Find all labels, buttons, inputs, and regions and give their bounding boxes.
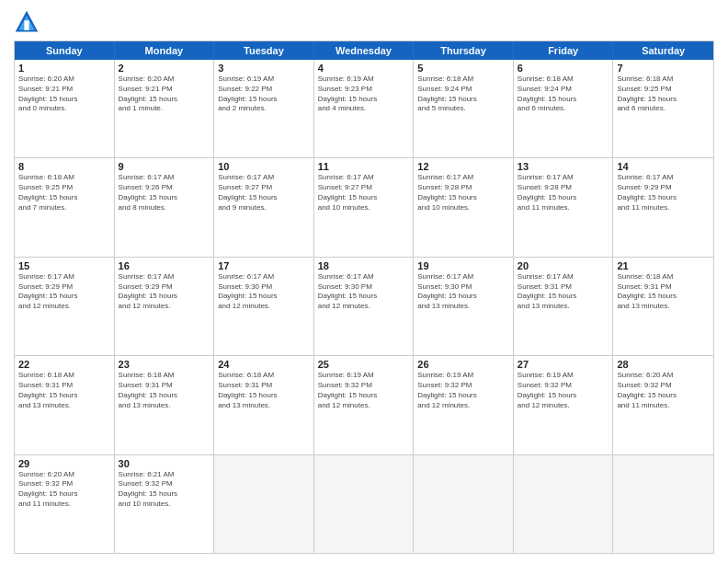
day-cell-11: 11Sunrise: 6:17 AMSunset: 9:27 PMDayligh… [314, 158, 415, 256]
header-day-saturday: Saturday [613, 41, 713, 60]
day-cell-26: 26Sunrise: 6:19 AMSunset: 9:32 PMDayligh… [414, 356, 514, 454]
day-cell-19: 19Sunrise: 6:17 AMSunset: 9:30 PMDayligh… [414, 258, 514, 355]
header-day-tuesday: Tuesday [214, 41, 314, 60]
day-number: 11 [318, 161, 410, 172]
day-cell-9: 9Sunrise: 6:17 AMSunset: 9:26 PMDaylight… [115, 158, 215, 256]
day-info: Sunrise: 6:20 AMSunset: 9:32 PMDaylight:… [617, 371, 710, 410]
day-number: 2 [119, 63, 210, 74]
day-number: 21 [617, 260, 710, 271]
logo-icon [14, 9, 40, 35]
day-number: 7 [617, 63, 710, 74]
day-number: 9 [119, 161, 210, 172]
day-number: 14 [617, 161, 710, 172]
calendar-body: 1Sunrise: 6:20 AMSunset: 9:21 PMDaylight… [15, 60, 713, 553]
day-info: Sunrise: 6:17 AMSunset: 9:29 PMDaylight:… [18, 272, 110, 312]
calendar-row-4: 22Sunrise: 6:18 AMSunset: 9:31 PMDayligh… [15, 356, 713, 454]
day-number: 16 [119, 260, 210, 271]
day-info: Sunrise: 6:17 AMSunset: 9:28 PMDaylight:… [518, 173, 609, 213]
day-cell-25: 25Sunrise: 6:19 AMSunset: 9:32 PMDayligh… [314, 356, 415, 454]
day-cell-23: 23Sunrise: 6:18 AMSunset: 9:31 PMDayligh… [115, 356, 215, 454]
day-cell-4: 4Sunrise: 6:19 AMSunset: 9:23 PMDaylight… [314, 60, 415, 157]
day-info: Sunrise: 6:17 AMSunset: 9:26 PMDaylight:… [119, 173, 210, 213]
day-cell-1: 1Sunrise: 6:20 AMSunset: 9:21 PMDaylight… [15, 60, 115, 157]
day-cell-10: 10Sunrise: 6:17 AMSunset: 9:27 PMDayligh… [214, 158, 314, 256]
calendar-row-2: 8Sunrise: 6:18 AMSunset: 9:25 PMDaylight… [15, 158, 713, 257]
calendar: SundayMondayTuesdayWednesdayThursdayFrid… [14, 40, 714, 554]
day-cell-15: 15Sunrise: 6:17 AMSunset: 9:29 PMDayligh… [15, 258, 115, 355]
day-number: 25 [318, 359, 410, 370]
day-info: Sunrise: 6:20 AMSunset: 9:21 PMDaylight:… [18, 75, 110, 114]
svg-rect-2 [24, 20, 28, 30]
day-info: Sunrise: 6:21 AMSunset: 9:32 PMDaylight:… [119, 470, 210, 510]
day-cell-30: 30Sunrise: 6:21 AMSunset: 9:32 PMDayligh… [115, 455, 215, 553]
calendar-row-3: 15Sunrise: 6:17 AMSunset: 9:29 PMDayligh… [15, 258, 713, 356]
day-info: Sunrise: 6:19 AMSunset: 9:32 PMDaylight:… [417, 371, 509, 410]
day-info: Sunrise: 6:17 AMSunset: 9:28 PMDaylight:… [417, 173, 509, 213]
day-info: Sunrise: 6:17 AMSunset: 9:30 PMDaylight:… [318, 272, 410, 312]
header-day-sunday: Sunday [15, 41, 115, 60]
day-number: 24 [218, 359, 310, 370]
day-info: Sunrise: 6:18 AMSunset: 9:31 PMDaylight:… [617, 272, 710, 312]
day-cell-14: 14Sunrise: 6:17 AMSunset: 9:29 PMDayligh… [613, 158, 713, 256]
day-number: 6 [518, 63, 609, 74]
empty-cell [314, 455, 415, 553]
day-number: 27 [518, 359, 609, 370]
day-info: Sunrise: 6:17 AMSunset: 9:27 PMDaylight:… [318, 173, 410, 213]
day-number: 17 [218, 260, 310, 271]
day-info: Sunrise: 6:17 AMSunset: 9:30 PMDaylight:… [218, 272, 310, 312]
day-number: 29 [18, 458, 110, 469]
day-cell-22: 22Sunrise: 6:18 AMSunset: 9:31 PMDayligh… [15, 356, 115, 454]
day-cell-17: 17Sunrise: 6:17 AMSunset: 9:30 PMDayligh… [214, 258, 314, 355]
day-cell-29: 29Sunrise: 6:20 AMSunset: 9:32 PMDayligh… [15, 455, 115, 553]
day-number: 30 [119, 458, 210, 469]
day-cell-13: 13Sunrise: 6:17 AMSunset: 9:28 PMDayligh… [514, 158, 614, 256]
day-info: Sunrise: 6:17 AMSunset: 9:29 PMDaylight:… [617, 173, 710, 213]
calendar-row-1: 1Sunrise: 6:20 AMSunset: 9:21 PMDaylight… [15, 60, 713, 158]
day-number: 10 [218, 161, 310, 172]
calendar-header: SundayMondayTuesdayWednesdayThursdayFrid… [15, 41, 713, 60]
empty-cell [613, 455, 713, 553]
day-cell-16: 16Sunrise: 6:17 AMSunset: 9:29 PMDayligh… [115, 258, 215, 355]
day-number: 12 [417, 161, 509, 172]
day-info: Sunrise: 6:19 AMSunset: 9:32 PMDaylight:… [318, 371, 410, 410]
day-number: 26 [417, 359, 509, 370]
day-number: 28 [617, 359, 710, 370]
day-number: 4 [318, 63, 410, 74]
day-info: Sunrise: 6:18 AMSunset: 9:24 PMDaylight:… [417, 75, 509, 114]
day-number: 3 [218, 63, 310, 74]
day-cell-5: 5Sunrise: 6:18 AMSunset: 9:24 PMDaylight… [414, 60, 514, 157]
day-info: Sunrise: 6:18 AMSunset: 9:31 PMDaylight:… [18, 371, 110, 410]
day-number: 19 [417, 260, 509, 271]
day-number: 18 [318, 260, 410, 271]
day-number: 13 [518, 161, 609, 172]
day-info: Sunrise: 6:18 AMSunset: 9:25 PMDaylight:… [617, 75, 710, 114]
header-day-monday: Monday [115, 41, 215, 60]
header [14, 9, 714, 35]
day-info: Sunrise: 6:18 AMSunset: 9:31 PMDaylight:… [119, 371, 210, 410]
day-info: Sunrise: 6:17 AMSunset: 9:30 PMDaylight:… [417, 272, 509, 312]
day-cell-8: 8Sunrise: 6:18 AMSunset: 9:25 PMDaylight… [15, 158, 115, 256]
day-info: Sunrise: 6:18 AMSunset: 9:24 PMDaylight:… [518, 75, 609, 114]
day-info: Sunrise: 6:19 AMSunset: 9:22 PMDaylight:… [218, 75, 310, 114]
day-number: 15 [18, 260, 110, 271]
empty-cell [514, 455, 614, 553]
day-number: 23 [119, 359, 210, 370]
day-cell-20: 20Sunrise: 6:17 AMSunset: 9:31 PMDayligh… [514, 258, 614, 355]
day-number: 22 [18, 359, 110, 370]
header-day-thursday: Thursday [414, 41, 514, 60]
day-number: 5 [417, 63, 509, 74]
day-info: Sunrise: 6:17 AMSunset: 9:27 PMDaylight:… [218, 173, 310, 213]
page: SundayMondayTuesdayWednesdayThursdayFrid… [0, 0, 728, 563]
day-number: 1 [18, 63, 110, 74]
day-cell-18: 18Sunrise: 6:17 AMSunset: 9:30 PMDayligh… [314, 258, 415, 355]
logo [14, 9, 43, 35]
day-info: Sunrise: 6:20 AMSunset: 9:21 PMDaylight:… [119, 75, 210, 114]
day-cell-12: 12Sunrise: 6:17 AMSunset: 9:28 PMDayligh… [414, 158, 514, 256]
day-cell-7: 7Sunrise: 6:18 AMSunset: 9:25 PMDaylight… [613, 60, 713, 157]
day-cell-21: 21Sunrise: 6:18 AMSunset: 9:31 PMDayligh… [613, 258, 713, 355]
day-info: Sunrise: 6:20 AMSunset: 9:32 PMDaylight:… [18, 470, 110, 510]
empty-cell [214, 455, 314, 553]
header-day-friday: Friday [514, 41, 614, 60]
day-info: Sunrise: 6:19 AMSunset: 9:23 PMDaylight:… [318, 75, 410, 114]
day-cell-3: 3Sunrise: 6:19 AMSunset: 9:22 PMDaylight… [214, 60, 314, 157]
